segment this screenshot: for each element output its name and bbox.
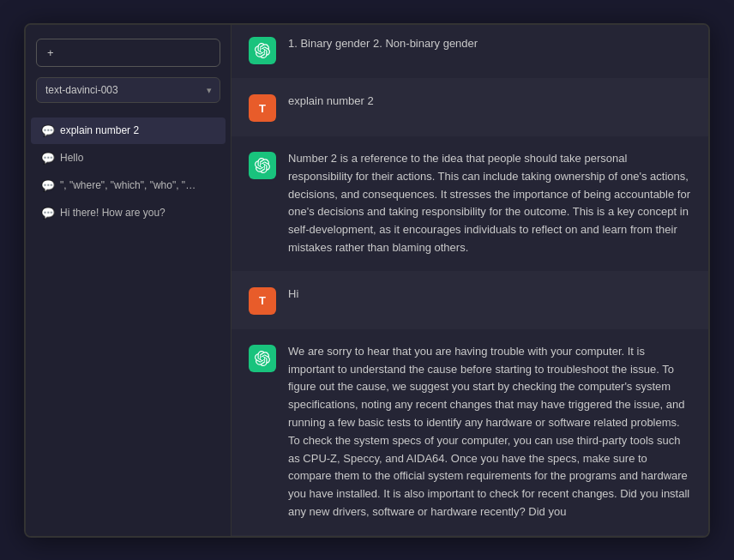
message-row: We are sorry to hear that you are having… — [232, 329, 708, 536]
message-text: Hi — [288, 286, 691, 304]
message-row: Number 2 is a reference to the idea that… — [232, 136, 708, 272]
user-avatar: T — [249, 287, 276, 315]
message-row: 1. Binary gender 2. Non-binary gender — [232, 25, 708, 80]
app-window: + text-davinci-003 gpt-3.5-turbo gpt-4 ▾… — [24, 23, 710, 538]
message-text: Number 2 is a reference to the idea that… — [288, 150, 691, 257]
ai-avatar — [249, 345, 276, 372]
chat-bubble-icon: 💬 — [41, 207, 55, 220]
chat-bubble-icon: 💬 — [41, 179, 55, 192]
sidebar: + text-davinci-003 gpt-3.5-turbo gpt-4 ▾… — [26, 25, 232, 536]
chat-item-label: Hello — [60, 152, 201, 164]
message-row: T explain number 2 — [232, 79, 708, 136]
message-text: 1. Binary gender 2. Non-binary gender — [288, 35, 691, 53]
ai-avatar — [249, 152, 276, 179]
message-row: T Hi — [232, 272, 708, 329]
model-select-wrapper: text-davinci-003 gpt-3.5-turbo gpt-4 ▾ — [36, 77, 220, 103]
chat-item-label: explain number 2 — [60, 124, 201, 136]
plus-icon: + — [47, 46, 54, 59]
chat-list-item[interactable]: 💬 ", "where", "which", "who", "whom 🗑 — [31, 172, 226, 199]
message-text: We are sorry to hear that you are having… — [288, 343, 691, 521]
main-content: No one can know for sure if someone is l… — [232, 25, 708, 536]
chat-list: 💬 explain number 2 🗑 💬 Hello 🗑 💬 ", "whe… — [26, 113, 231, 536]
user-avatar: T — [249, 94, 276, 122]
chat-bubble-icon: 💬 — [41, 152, 55, 165]
new-chat-button[interactable]: + — [36, 39, 220, 67]
chat-bubble-icon: 💬 — [41, 124, 55, 137]
messages-container: No one can know for sure if someone is l… — [232, 25, 708, 536]
message-text: explain number 2 — [288, 93, 691, 111]
chat-list-item[interactable]: 💬 Hi there! How are you? 🗑 — [31, 200, 226, 226]
chat-item-label: Hi there! How are you? — [60, 207, 201, 219]
ai-avatar — [249, 37, 276, 64]
model-select[interactable]: text-davinci-003 gpt-3.5-turbo gpt-4 — [36, 77, 220, 103]
chat-list-item[interactable]: 💬 Hello 🗑 — [31, 145, 226, 172]
chat-item-label: ", "where", "which", "who", "whom — [60, 179, 201, 191]
chat-list-item[interactable]: 💬 explain number 2 🗑 — [31, 117, 226, 144]
